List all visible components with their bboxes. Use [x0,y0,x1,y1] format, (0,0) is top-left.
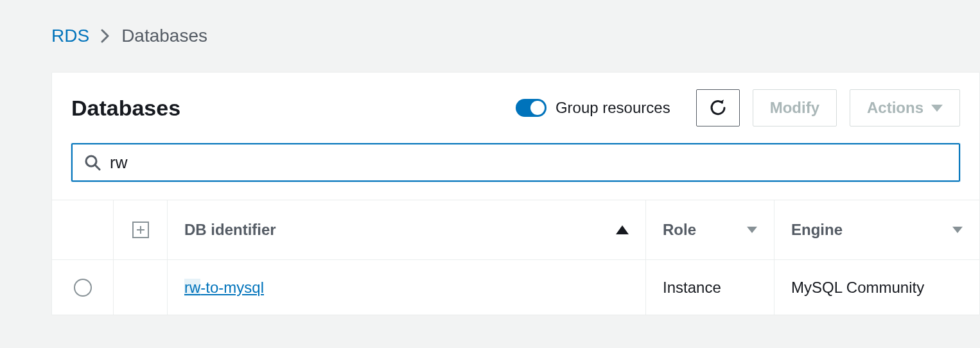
breadcrumb-root-link[interactable]: RDS [51,26,89,46]
column-header-role[interactable]: Role [645,200,774,259]
toggle-knob [530,101,545,115]
search-wrap [52,139,979,200]
svg-line-1 [95,165,100,170]
databases-panel: Databases Group resources Modify Actions [51,72,980,315]
row-expand-cell [114,260,168,315]
databases-table: DB identifier Role Engine rw-t [52,200,979,315]
column-header-engine-label: Engine [791,221,843,239]
actions-button-label: Actions [867,99,923,117]
search-match-highlight: rw [184,279,200,296]
column-header-db-identifier[interactable]: DB identifier [168,221,645,239]
table-row: rw-to-mysql Instance MySQL Community [52,259,979,315]
search-input[interactable] [110,144,959,180]
breadcrumb: RDS Databases [51,26,980,46]
db-identifier-link[interactable]: rw-to-mysql [184,279,264,297]
row-engine-cell: MySQL Community [774,260,979,315]
group-resources-toggle[interactable] [516,99,547,117]
select-all-header [52,200,114,259]
column-header-engine[interactable]: Engine [774,200,979,259]
sort-asc-icon [616,225,629,234]
search-field [71,143,960,182]
actions-button[interactable]: Actions [850,89,960,126]
modify-button-label: Modify [770,99,819,117]
modify-button[interactable]: Modify [753,89,837,126]
filter-caret-icon [952,227,963,233]
caret-down-icon [931,105,943,112]
row-engine-value: MySQL Community [791,279,924,297]
row-role-value: Instance [663,279,721,297]
chevron-right-icon [101,29,110,43]
row-role-cell: Instance [645,260,774,315]
page-title: Databases [71,96,180,121]
refresh-icon [708,98,728,117]
breadcrumb-current: Databases [121,26,207,46]
expand-header-cell [114,200,168,259]
refresh-button[interactable] [696,89,740,126]
row-select-cell [52,260,114,315]
search-icon [73,154,110,171]
table-header-row: DB identifier Role Engine [52,200,979,259]
group-resources-label: Group resources [556,99,670,117]
panel-header: Databases Group resources Modify Actions [52,73,979,139]
db-identifier-rest: -to-mysql [200,279,264,296]
column-header-role-label: Role [663,221,696,239]
expand-all-icon[interactable] [132,222,149,238]
column-header-id-label: DB identifier [184,221,276,239]
filter-caret-icon [747,227,757,233]
group-resources-toggle-wrap: Group resources [516,99,670,117]
row-select-radio[interactable] [74,279,92,297]
row-db-identifier-cell: rw-to-mysql [168,279,645,297]
